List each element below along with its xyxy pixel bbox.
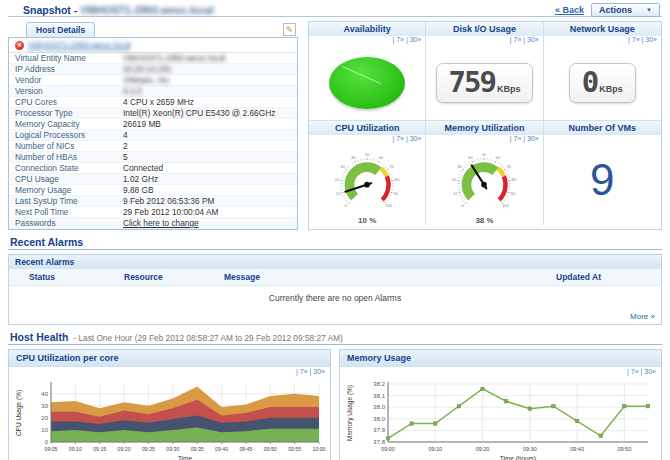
- error-status-icon: ✕: [15, 41, 24, 50]
- svg-text:09:55: 09:55: [288, 446, 301, 452]
- svg-text:09:10: 09:10: [68, 446, 81, 452]
- detail-label: Memory Usage: [15, 185, 123, 195]
- svg-text:50: 50: [365, 151, 370, 156]
- svg-text:70: 70: [389, 164, 394, 169]
- svg-text:38.1: 38.1: [373, 393, 385, 399]
- host-link[interactable]: VMHOST1-2950.weoc.local: [28, 40, 130, 50]
- host-health-charts-row: CPU Utilization per core | 7» | 30» 0102…: [8, 349, 662, 460]
- detail-value: 5: [123, 152, 128, 162]
- memory-utilization-cell: Memory Utilization | 7» | 30» 0102030405…: [426, 121, 543, 225]
- detail-label: Memory Capacity: [15, 119, 123, 129]
- detail-value: VMHOST1-2950.weoc.local: [123, 53, 225, 63]
- disk-io-history-links[interactable]: | 7» | 30»: [510, 36, 539, 43]
- svg-text:CPU Usage (%): CPU Usage (%): [15, 390, 23, 436]
- detail-label: Number of HBAs: [15, 152, 123, 162]
- cpu-per-core-title: CPU Utilization per core: [9, 350, 330, 367]
- memory-usage-panel: Memory Usage | 7» | 30» 37.837.938.038.0…: [339, 349, 662, 460]
- detail-label: Vendor: [15, 75, 123, 85]
- detail-value: Connected: [123, 163, 163, 173]
- column-resource[interactable]: Resource: [124, 272, 224, 282]
- svg-text:40: 40: [468, 155, 473, 160]
- detail-value: 1.02 GHz: [123, 174, 158, 184]
- detail-label: Logical Processors: [15, 130, 123, 140]
- svg-text:100: 100: [385, 203, 393, 208]
- memory-history-links[interactable]: | 7» | 30»: [510, 135, 539, 142]
- detail-row-cpu-cores: CPU Cores 4 CPU x 2659 MHz: [9, 97, 297, 108]
- detail-value: 2: [123, 141, 128, 151]
- svg-text:0: 0: [462, 203, 465, 208]
- top-bar: Snapshot - VMHOST1-2950.weoc.local « Bac…: [8, 3, 662, 17]
- svg-text:30: 30: [458, 164, 463, 169]
- detail-label: Processor Type: [15, 108, 123, 118]
- network-history-links[interactable]: | 7» | 30»: [628, 36, 657, 43]
- title-separator: -: [74, 4, 78, 16]
- svg-text:30: 30: [41, 403, 48, 409]
- svg-text:80: 80: [512, 177, 517, 182]
- disk-io-digital-display: 759 KBps: [436, 63, 534, 103]
- detail-label: CPU Usage: [15, 174, 123, 184]
- column-message[interactable]: Message: [224, 272, 556, 282]
- detail-value: VMware, Inc.: [123, 75, 171, 85]
- column-updated-at[interactable]: Updated At: [556, 272, 661, 282]
- network-value: 0: [582, 69, 597, 95]
- availability-title: Availability: [309, 22, 425, 36]
- cpu-history-links[interactable]: | 7» | 30»: [392, 135, 421, 142]
- svg-text:Time: Time: [177, 455, 192, 460]
- network-unit: KBps: [599, 84, 623, 95]
- chevron-down-icon: ▼: [646, 7, 652, 13]
- svg-text:09:50: 09:50: [263, 446, 276, 452]
- svg-text:10: 10: [453, 191, 458, 196]
- memory-chart-history-links[interactable]: | 7» | 30»: [627, 368, 656, 375]
- detail-label: Number of NICs: [15, 141, 123, 151]
- svg-text:09:00: 09:00: [381, 446, 395, 452]
- svg-text:09:20: 09:20: [117, 446, 130, 452]
- alarms-column-headers: Status Resource Message Updated At: [9, 269, 661, 286]
- detail-value: 4 CPU x 2659 MHz: [123, 97, 194, 107]
- main-row: Host Details ✎ ✕ VMHOST1-2950.weoc.local…: [8, 21, 662, 230]
- actions-button-label: Actions: [599, 5, 632, 15]
- detail-row-number-of-hbas: Number of HBAs 5: [9, 152, 297, 163]
- alarms-empty-message: Currently there are no open Alarms: [9, 286, 661, 312]
- svg-text:09:35: 09:35: [190, 446, 203, 452]
- change-password-link[interactable]: Click here to change: [123, 218, 199, 228]
- svg-text:09:10: 09:10: [428, 446, 442, 452]
- svg-text:20: 20: [41, 415, 48, 421]
- network-digital-display: 0 KBps: [569, 63, 636, 103]
- tab-row: Host Details ✎: [8, 21, 298, 37]
- svg-text:09:30: 09:30: [166, 446, 179, 452]
- detail-row-last-sysup-time: Last SysUp Time 9 Feb 2012 06:53:36 PM: [9, 196, 297, 207]
- svg-text:37.9: 37.9: [373, 427, 385, 433]
- detail-row-cpu-usage: CPU Usage 1.02 GHz: [9, 174, 297, 185]
- actions-button[interactable]: Actions ▼: [591, 3, 660, 17]
- cpu-chart-history-links[interactable]: | 7» | 30»: [296, 368, 325, 375]
- edit-pencil-icon[interactable]: ✎: [283, 23, 296, 36]
- detail-label: Next Poll Time: [15, 207, 123, 217]
- host-identity-row: ✕ VMHOST1-2950.weoc.local: [9, 38, 297, 53]
- availability-history-links[interactable]: | 7» | 30»: [392, 36, 421, 43]
- column-status[interactable]: Status: [9, 272, 124, 282]
- cpu-utilization-title: CPU Utilization: [309, 121, 425, 135]
- memory-gauge-value: 38 %: [475, 216, 493, 225]
- memory-utilization-gauge: 0102030405060708090100: [436, 146, 532, 218]
- svg-text:Memory Usage (%): Memory Usage (%): [346, 385, 354, 441]
- svg-text:09:40: 09:40: [215, 446, 228, 452]
- cpu-utilization-cell: CPU Utilization | 7» | 30» 0102030405060…: [309, 121, 426, 225]
- cpu-gauge-value: 10 %: [358, 216, 376, 225]
- svg-text:38.2: 38.2: [373, 381, 385, 387]
- tab-host-details[interactable]: Host Details: [26, 22, 95, 37]
- detail-row-number-of-nics: Number of NICs 2: [9, 141, 297, 152]
- page-title: Snapshot - VMHOST1-2950.weoc.local: [10, 4, 214, 16]
- svg-text:09:25: 09:25: [141, 446, 154, 452]
- svg-text:70: 70: [507, 164, 512, 169]
- disk-io-value: 759: [449, 69, 495, 95]
- svg-text:09:30: 09:30: [522, 446, 536, 452]
- svg-text:20: 20: [452, 177, 457, 182]
- cpu-utilization-gauge: 0102030405060708090100: [319, 146, 415, 218]
- host-health-section-title: Host Health: [10, 331, 68, 343]
- alarms-more-link[interactable]: More »: [630, 312, 655, 321]
- back-link[interactable]: « Back: [555, 5, 584, 15]
- section-divider: [8, 344, 662, 345]
- detail-row-next-poll-time: Next Poll Time 29 Feb 2012 10:00:04 AM: [9, 207, 297, 218]
- snapshot-page: Snapshot - VMHOST1-2950.weoc.local « Bac…: [0, 0, 670, 460]
- svg-text:90: 90: [394, 191, 399, 196]
